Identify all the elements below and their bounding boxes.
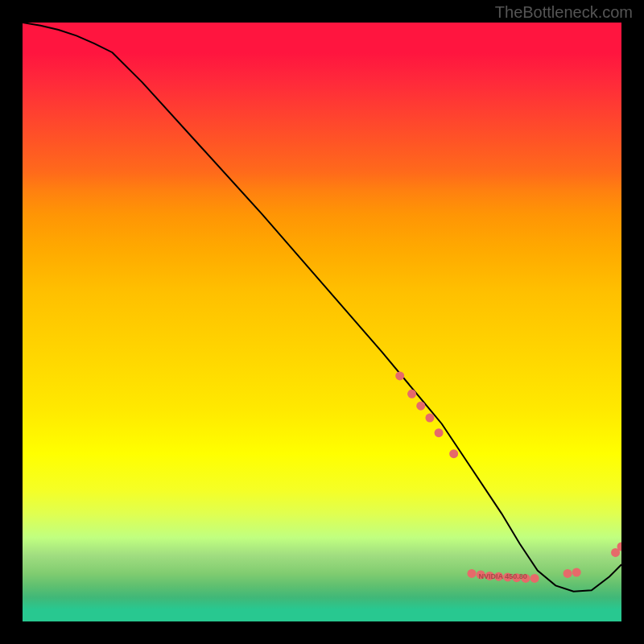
data-marker xyxy=(564,569,572,578)
data-marker xyxy=(416,402,425,411)
data-marker xyxy=(468,569,477,578)
data-marker xyxy=(395,371,404,380)
data-marker xyxy=(435,428,444,437)
marker-group xyxy=(395,371,621,582)
data-marker xyxy=(572,568,581,576)
data-marker xyxy=(425,414,434,423)
chart-svg: NVIDIA 450.80 xyxy=(23,23,621,621)
data-marker xyxy=(407,390,416,398)
curve-line xyxy=(23,23,621,592)
marker-label: NVIDIA 450.80 xyxy=(478,572,526,580)
data-marker xyxy=(449,449,458,458)
plot-area: NVIDIA 450.80 xyxy=(23,23,621,621)
data-marker xyxy=(530,574,539,583)
watermark-text: TheBottleneck.com xyxy=(495,3,633,22)
